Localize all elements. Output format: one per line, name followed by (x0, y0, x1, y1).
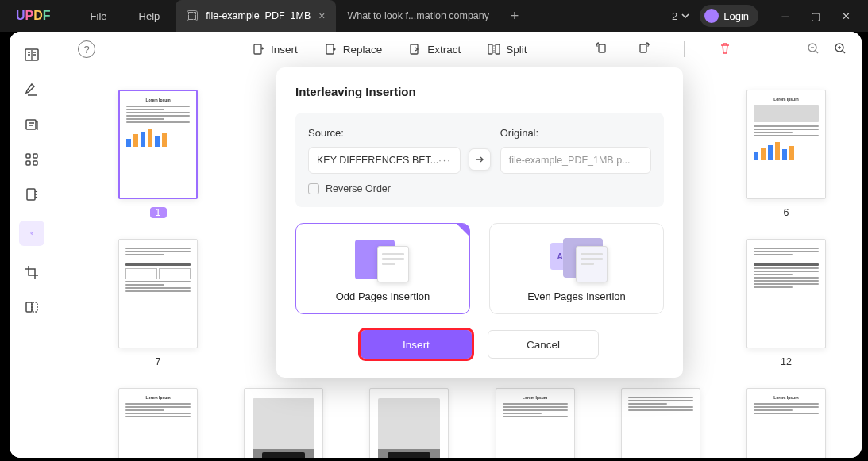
split-action[interactable]: Split (488, 41, 527, 57)
even-pages-label: Even Pages Insertion (527, 290, 626, 302)
reader-tool-icon[interactable] (23, 46, 41, 63)
page-thumb-1[interactable]: Lorem Ipsum 1 (114, 90, 202, 218)
insert-icon (253, 43, 265, 56)
thumb-image: Lorem Ipsum (118, 90, 198, 199)
even-pages-option[interactable]: Aa Even Pages Insertion (489, 223, 664, 314)
divider (684, 41, 685, 57)
even-pages-icon: Aa (541, 235, 612, 282)
page-thumb-row3e[interactable] (617, 388, 704, 458)
form-tool-icon[interactable] (23, 151, 41, 168)
page-thumb-row3d[interactable]: Lorem Ipsum (491, 388, 578, 458)
svg-rect-16 (599, 44, 605, 52)
tab-title: What to look f...mation company (347, 10, 489, 21)
dialog-buttons: Insert Cancel (295, 330, 664, 359)
more-icon[interactable]: ··· (438, 155, 451, 166)
main-area: ? Insert Replace Extract Split Lorem Ips (54, 32, 862, 458)
interleaving-insertion-dialog: Interleaving Insertion Source: KEY DIFFE… (276, 67, 683, 378)
page-thumb-row3c[interactable] (365, 388, 453, 458)
document-icon (187, 10, 198, 21)
extract-label: Extract (427, 44, 461, 56)
reverse-order-checkbox[interactable] (308, 183, 319, 194)
close-icon[interactable]: × (318, 10, 325, 22)
page-thumb-row3a[interactable]: Lorem Ipsum (114, 388, 202, 458)
close-button[interactable]: ✕ (839, 10, 852, 22)
source-file-field[interactable]: KEY DIFFERENCES BET... ··· (308, 147, 461, 174)
edit-tool-icon[interactable] (23, 81, 41, 98)
original-file-field: file-example_PDF_1MB.p... (500, 147, 651, 174)
crop-tool-icon[interactable] (23, 263, 41, 281)
chevron-down-icon (681, 11, 690, 21)
compare-tool-icon[interactable] (23, 298, 41, 316)
menu-file[interactable]: File (91, 10, 107, 22)
replace-icon (325, 43, 338, 56)
source-original-panel: Source: KEY DIFFERENCES BET... ··· Origi… (295, 113, 664, 207)
svg-rect-3 (33, 154, 37, 158)
cancel-button[interactable]: Cancel (488, 330, 599, 359)
new-tab-button[interactable]: + (500, 0, 529, 32)
organize-toolbar: ? Insert Replace Extract Split (54, 32, 862, 67)
arrow-right-icon (469, 148, 491, 171)
dialog-title: Interleaving Insertion (295, 85, 664, 98)
delete-icon[interactable] (718, 41, 732, 56)
protect-tool-icon[interactable] (23, 186, 41, 203)
odd-pages-option[interactable]: Odd Pages Insertion (295, 223, 470, 314)
page-thumb-row3f[interactable]: Lorem Ipsum (743, 388, 830, 458)
tool-sidebar (10, 32, 54, 458)
thumb-image: Lorem Ipsum (746, 388, 826, 458)
tab-title: file-example_PDF_1MB (206, 10, 311, 21)
svg-rect-6 (27, 189, 35, 200)
zoom-in-icon[interactable] (833, 41, 847, 56)
comment-tool-icon[interactable] (23, 116, 41, 133)
page-number: 12 (781, 356, 792, 367)
source-file-name: KEY DIFFERENCES BET... (317, 155, 438, 166)
tab-inactive-document[interactable]: What to look f...mation company (336, 0, 500, 32)
extract-icon (409, 43, 422, 56)
thumb-image: Lorem Ipsum (118, 388, 198, 458)
maximize-button[interactable]: ▢ (809, 10, 822, 22)
menu-help[interactable]: Help (139, 10, 160, 22)
svg-rect-15 (496, 44, 500, 54)
page-thumb-12[interactable]: 12 (743, 239, 830, 367)
svg-rect-14 (488, 44, 492, 54)
original-file-name: file-example_PDF_1MB.p... (509, 155, 631, 166)
reverse-order-row[interactable]: Reverse Order (308, 183, 461, 194)
extract-action[interactable]: Extract (409, 41, 461, 57)
zoom-out-icon[interactable] (806, 41, 820, 56)
document-tabs: file-example_PDF_1MB × What to look f...… (176, 0, 529, 32)
insert-button[interactable]: Insert (361, 330, 472, 359)
page-number: 6 (783, 207, 789, 218)
insertion-mode-choices: Odd Pages Insertion Aa Even Pages Insert… (295, 223, 664, 314)
thumb-image (118, 239, 198, 348)
count-value: 2 (672, 10, 677, 22)
svg-rect-8 (32, 233, 33, 235)
thumb-image: Lorem Ipsum (746, 90, 826, 199)
window-titlebar: UPDF File Help file-example_PDF_1MB × Wh… (0, 0, 868, 32)
source-label: Source: (308, 127, 461, 139)
rotate-left-icon[interactable] (595, 41, 609, 56)
login-button[interactable]: Login (700, 5, 758, 27)
thumb-image (244, 388, 323, 458)
login-label: Login (723, 10, 749, 22)
notification-count[interactable]: 2 (672, 10, 690, 22)
toolbar-actions: Insert Replace Extract Split (253, 41, 732, 57)
organize-tool-icon[interactable] (19, 221, 44, 246)
svg-rect-5 (33, 161, 37, 165)
split-icon (488, 43, 500, 56)
zoom-controls (806, 41, 847, 56)
thumb-image (369, 388, 449, 458)
page-thumb-7[interactable]: 7 (114, 239, 202, 367)
original-column: Original: file-example_PDF_1MB.p... (500, 127, 651, 174)
titlebar-right: 2 Login ─ ▢ ✕ (672, 5, 868, 27)
insert-action[interactable]: Insert (253, 41, 298, 57)
odd-pages-icon (347, 235, 419, 282)
page-thumb-6[interactable]: Lorem Ipsum 6 (743, 90, 830, 218)
tab-active-document[interactable]: file-example_PDF_1MB × (176, 0, 336, 32)
minimize-button[interactable]: ─ (779, 10, 792, 22)
source-column: Source: KEY DIFFERENCES BET... ··· (308, 127, 461, 174)
page-number: 1 (150, 207, 167, 218)
help-icon[interactable]: ? (78, 40, 95, 58)
rotate-right-icon[interactable] (636, 41, 650, 56)
svg-rect-12 (326, 44, 334, 54)
replace-action[interactable]: Replace (325, 41, 383, 57)
page-thumb-row3b[interactable] (240, 388, 327, 458)
